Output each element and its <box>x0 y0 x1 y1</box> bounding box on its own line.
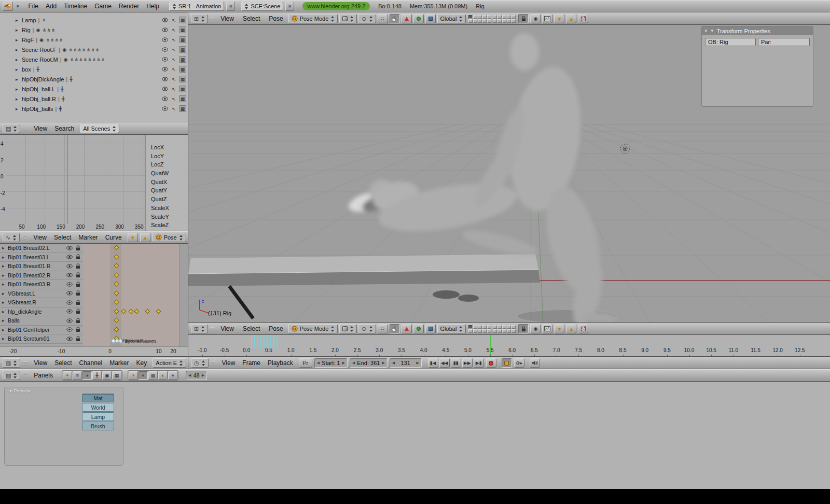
expand-icon[interactable]: ▸ <box>16 67 20 72</box>
pivot-selector[interactable]: ⊙ <box>358 324 376 333</box>
visibility-eye-icon[interactable] <box>161 26 169 33</box>
layer-button[interactable] <box>511 15 516 19</box>
panels-menu[interactable]: Panels <box>30 371 57 380</box>
keyingset-button[interactable] <box>514 358 524 368</box>
channel-lock-icon[interactable] <box>74 299 81 306</box>
jump-start-button[interactable]: ▮◀ <box>428 358 438 368</box>
menu-playback[interactable]: Playback <box>264 359 297 367</box>
layer-buttons[interactable] <box>467 325 517 333</box>
prev-keyframe-button[interactable]: ◀◀ <box>439 358 450 368</box>
selectable-arrow-icon[interactable]: ↖ <box>170 36 177 43</box>
menu-view[interactable]: View <box>218 359 239 367</box>
select-menu[interactable]: Select <box>239 15 264 23</box>
outliner-item[interactable]: ▸ RigF | ◉ ⋔⋔⋔⋔ ↖ ▦ <box>0 35 188 45</box>
expand-icon[interactable]: ▸ <box>2 318 6 323</box>
layer-button[interactable] <box>487 325 491 329</box>
layer-button[interactable] <box>507 329 511 333</box>
action-keyframe-area[interactable]: VGbreast.RBip01 GenHelperBip01 Scrotum01 <box>83 244 179 346</box>
layer-button[interactable] <box>487 15 491 19</box>
scene-context-button[interactable]: ▦ <box>112 371 121 380</box>
selectable-arrow-icon[interactable]: ↖ <box>170 26 177 33</box>
outliner-item[interactable]: ▸ Lamp | ☀ ↖ ▦ <box>0 15 188 25</box>
channel-visibility-eye-icon[interactable] <box>66 326 73 333</box>
layer-button[interactable] <box>493 15 497 19</box>
pose-menu[interactable]: Pose <box>265 15 286 23</box>
scene-close-button[interactable]: × <box>285 2 294 11</box>
jump-end-button[interactable]: ▶▮ <box>474 358 484 368</box>
lock-button[interactable] <box>518 324 529 333</box>
editor-type-selector[interactable]: ▤ <box>3 124 20 133</box>
channel-lock-icon[interactable] <box>74 326 81 333</box>
material-buttons-button[interactable]: ● <box>139 371 148 380</box>
editor-type-selector[interactable]: ◷ <box>191 358 209 368</box>
autokey-button[interactable] <box>502 358 512 368</box>
expand-icon[interactable]: ▸ <box>16 37 20 43</box>
layer-button[interactable] <box>502 329 506 333</box>
frame-number-field[interactable]: ◀48▶ <box>186 371 207 380</box>
pause-button[interactable]: ▮▮ <box>451 358 461 368</box>
renderable-icon[interactable]: ▦ <box>179 46 186 53</box>
channel-visibility-eye-icon[interactable] <box>66 263 73 270</box>
visibility-eye-icon[interactable] <box>161 86 169 92</box>
channel-visibility-eye-icon[interactable] <box>66 272 73 278</box>
expand-icon[interactable]: ▸ <box>16 87 20 92</box>
channel-lock-icon[interactable] <box>74 281 81 288</box>
layer-button[interactable] <box>511 19 516 23</box>
transform-properties-panel[interactable]: × ▼ Transform Properties OB: Rig Par: <box>701 26 813 107</box>
expand-icon[interactable]: ▸ <box>2 327 6 332</box>
expand-icon[interactable]: ▸ <box>16 96 20 102</box>
menu-select[interactable]: Select <box>50 233 75 242</box>
layer-button[interactable] <box>468 15 473 19</box>
paste-curves-button[interactable]: ▲ <box>140 233 150 242</box>
proportional-button[interactable]: ◉ <box>530 324 541 333</box>
action-channel[interactable]: ▸ Bip01 Breast02.R <box>0 271 83 281</box>
outliner-item[interactable]: ▸ Rig | ◉ ⋔⋔⋔ ↖ ▦ <box>0 25 188 35</box>
translate-manipulator-button[interactable] <box>402 14 412 23</box>
action-channel[interactable]: ▸ hlp_dickAngle <box>0 307 83 317</box>
layer-button[interactable] <box>482 329 487 333</box>
mode-selector[interactable]: Pose Mode <box>288 14 338 23</box>
scale-manipulator-button[interactable] <box>425 14 436 23</box>
script-context-button[interactable]: ≋ <box>73 371 82 380</box>
menu-select[interactable]: Select <box>51 359 75 367</box>
render-preview-button[interactable] <box>542 14 552 23</box>
visibility-eye-icon[interactable] <box>161 66 169 73</box>
layer-button[interactable] <box>507 325 511 329</box>
proportional-button[interactable]: ◉ <box>530 14 541 23</box>
layer-button[interactable] <box>497 15 502 19</box>
channel-lock-icon[interactable] <box>74 272 81 278</box>
menu-curve[interactable]: Curve <box>102 233 126 242</box>
layer-buttons[interactable] <box>467 15 517 23</box>
expand-icon[interactable]: ▸ <box>16 77 20 82</box>
ipo-channel-scaley[interactable]: ScaleY <box>146 214 188 222</box>
channel-visibility-eye-icon[interactable] <box>66 335 73 342</box>
action-channel[interactable]: ▸ Bip01 GenHelper <box>0 326 83 335</box>
action-channel[interactable]: ▸ Balls <box>0 316 83 326</box>
orientation-selector[interactable]: Global <box>437 14 466 23</box>
channel-visibility-eye-icon[interactable] <box>66 317 73 324</box>
layer-button[interactable] <box>468 19 473 23</box>
action-channel[interactable]: ▸ Bip01 Breast01.R <box>0 262 83 271</box>
ipo-channel-quatx[interactable]: QuatX <box>146 179 188 188</box>
ipo-channel-quatz[interactable]: QuatZ <box>146 196 188 205</box>
keyframe-diamond[interactable] <box>156 309 161 314</box>
ipo-channel-quaty[interactable]: QuatY <box>146 187 188 196</box>
layer-button[interactable] <box>497 325 502 329</box>
preview-tab-lamp[interactable]: Lamp <box>82 412 114 421</box>
channel-lock-icon[interactable] <box>74 290 81 297</box>
record-button[interactable] <box>486 358 496 368</box>
scale-manipulator-button[interactable] <box>425 324 436 333</box>
channel-lock-icon[interactable] <box>74 263 81 270</box>
layer-button[interactable] <box>468 325 473 329</box>
start-frame-field[interactable]: ◀Start: 1▶ <box>314 358 348 368</box>
render-preview-button[interactable] <box>542 324 552 333</box>
outliner-item[interactable]: ▸ Scene Root.F | ◉ ⋔⋔⋔⋔⋔⋔⋔ ↖ ▦ <box>0 45 188 54</box>
editor-type-selector[interactable]: ⊞ <box>191 14 208 23</box>
layer-button[interactable] <box>511 329 516 333</box>
snap-button[interactable]: ∷ <box>378 14 388 23</box>
menu-key[interactable]: Key <box>133 359 151 367</box>
header-collapse-icon[interactable]: ▽ <box>22 126 28 131</box>
select-menu[interactable]: Select <box>239 325 264 333</box>
expand-icon[interactable]: ▸ <box>2 273 6 278</box>
screen-selector[interactable]: SR:1 - Animation <box>169 2 225 11</box>
